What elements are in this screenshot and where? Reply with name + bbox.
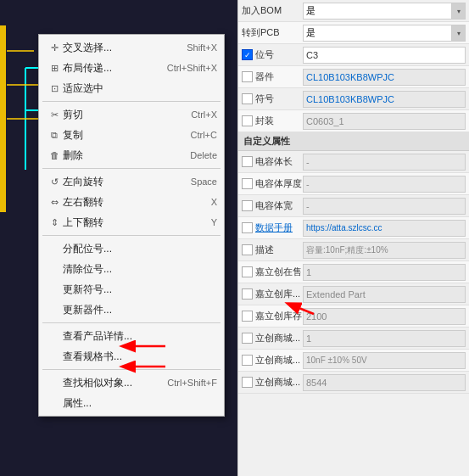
checkbox-lc-mall3[interactable] [242, 377, 253, 388]
menu-item-assign-number[interactable]: 分配位号... [39, 238, 224, 259]
checkbox-package[interactable] [242, 115, 253, 126]
menu-item-view-spec[interactable]: 查看规格书... [39, 346, 224, 367]
prop-row-symbol: 符号 CL10B103KB8WPJC [238, 88, 469, 110]
copy-icon: ⧉ [46, 130, 63, 141]
menu-label-adapt-select: 适应选中 [63, 81, 217, 96]
checkbox-jlc-lib[interactable] [242, 288, 253, 300]
menu-label-find-similar: 查找相似对象... [63, 376, 167, 390]
prop-row-designator: ✓ 位号 C3 [238, 44, 469, 66]
prop-label-lc-mall3: 立创商城... [242, 376, 303, 389]
prop-value-designator[interactable]: C3 [303, 47, 466, 64]
dropdown-arrow-to-pcb[interactable]: ▾ [451, 25, 465, 42]
checkbox-lc-mall2[interactable] [242, 355, 253, 366]
prop-label-cap-thickness: 电容体厚度 [242, 177, 303, 190]
checkbox-designator[interactable]: ✓ [242, 49, 253, 60]
menu-item-clear-number[interactable]: 清除位号... [39, 259, 224, 279]
prop-value-description: 容量:10nF;精度:±10% [303, 242, 466, 259]
menu-item-view-detail[interactable]: 查看产品详情... [39, 326, 224, 346]
flip-h-icon: ⇔ [46, 197, 63, 208]
prop-value-lc-mall2: 10nF ±10% 50V [303, 352, 466, 369]
menu-item-flip-left[interactable]: ⇔ 左右翻转 X [39, 192, 224, 212]
menu-label-assign-number: 分配位号... [63, 242, 217, 256]
prop-label-cap-width: 电容体宽 [242, 199, 303, 212]
prop-row-cap-width: 电容体宽 - [238, 195, 469, 217]
separator-4 [42, 322, 221, 323]
shortcut-delete: Delete [190, 150, 217, 160]
prop-value-lc-mall1: 1 [303, 330, 466, 347]
separator-5 [42, 369, 221, 370]
menu-item-find-similar[interactable]: 查找相似对象... Ctrl+Shift+F [39, 372, 224, 393]
prop-row-lc-mall1: 立创商城... 1 [238, 328, 469, 350]
menu-label-update-symbol: 更新符号... [63, 283, 217, 297]
prop-label-lc-mall1: 立创商城... [242, 332, 303, 344]
prop-value-add-bom[interactable]: 是 ▾ [303, 3, 466, 20]
prop-row-cap-thickness: 电容体厚度 - [238, 173, 469, 195]
prop-value-lc-mall3: 8544 [303, 374, 466, 391]
prop-value-cap-length: - [303, 154, 466, 171]
checkbox-lc-mall1[interactable] [242, 333, 253, 344]
menu-item-update-symbol[interactable]: 更新符号... [39, 279, 224, 300]
prop-value-datasheet: https://atta.szlcsc.cc [303, 220, 466, 237]
prop-row-package: 封装 C0603_1 [238, 110, 469, 132]
prop-label-component: 器件 [242, 70, 303, 83]
shortcut-flip-updown: Y [211, 217, 217, 227]
checkbox-jlc-stock[interactable] [242, 311, 253, 322]
prop-label-jlc-sale: 嘉立创在售 [242, 266, 303, 278]
checkbox-component[interactable] [242, 71, 253, 82]
menu-label-view-spec: 查看规格书... [63, 350, 217, 364]
trash-icon: 🗑 [46, 150, 63, 160]
menu-label-clear-number: 清除位号... [63, 262, 217, 277]
custom-props-header: 自定义属性 [238, 132, 469, 151]
prop-row-component: 器件 CL10B103KB8WPJC [238, 66, 469, 88]
prop-label-package: 封装 [242, 115, 303, 127]
menu-label-rotate-left: 左向旋转 [63, 175, 191, 189]
context-menu: ✛ 交叉选择... Shift+X ⊞ 布局传递... Ctrl+Shift+X… [38, 34, 225, 417]
menu-item-adapt-select[interactable]: ⊡ 适应选中 [39, 78, 224, 98]
shortcut-cut: Ctrl+X [191, 109, 217, 120]
prop-value-component: CL10B103KB8WPJC [303, 69, 466, 86]
separator-3 [42, 235, 221, 236]
prop-row-lc-mall3: 立创商城... 8544 [238, 372, 469, 394]
menu-item-layout-pass[interactable]: ⊞ 布局传递... Ctrl+Shift+X [39, 58, 224, 78]
prop-value-symbol: CL10B103KB8WPJC [303, 91, 466, 108]
prop-value-package: C0603_1 [303, 113, 466, 130]
checkbox-cap-thickness[interactable] [242, 178, 253, 189]
menu-item-properties[interactable]: 属性... [39, 393, 224, 413]
prop-row-add-bom: 加入BOM 是 ▾ [238, 0, 469, 22]
menu-item-copy[interactable]: ⧉ 复制 Ctrl+C [39, 125, 224, 145]
menu-label-cross-select: 交叉选择... [63, 41, 187, 55]
checkbox-cap-width[interactable] [242, 200, 253, 211]
checkbox-jlc-sale[interactable] [242, 266, 253, 277]
prop-label-jlc-lib: 嘉立创库... [242, 288, 303, 300]
prop-label-lc-mall2: 立创商城... [242, 354, 303, 367]
shortcut-find-similar: Ctrl+Shift+F [167, 378, 217, 388]
menu-label-copy: 复制 [63, 128, 191, 143]
prop-label-datasheet: 数据手册 [242, 221, 303, 234]
prop-value-cap-width: - [303, 198, 466, 215]
prop-value-jlc-stock: 2100 [303, 308, 466, 325]
dropdown-arrow-add-bom[interactable]: ▾ [451, 3, 465, 20]
menu-item-delete[interactable]: 🗑 删除 Delete [39, 145, 224, 165]
menu-label-flip-left: 左右翻转 [63, 195, 211, 210]
menu-item-rotate-left[interactable]: ↺ 左向旋转 Space [39, 171, 224, 192]
menu-item-cross-select[interactable]: ✛ 交叉选择... Shift+X [39, 37, 224, 58]
prop-value-cap-thickness: - [303, 176, 466, 193]
prop-row-cap-length: 电容体长 - [238, 151, 469, 173]
prop-label-jlc-stock: 嘉立创库存 [242, 310, 303, 322]
menu-label-layout-pass: 布局传递... [63, 61, 167, 76]
prop-row-jlc-lib: 嘉立创库... Extended Part [238, 283, 469, 305]
shortcut-layout-pass: Ctrl+Shift+X [167, 63, 217, 73]
prop-row-to-pcb: 转到PCB 是 ▾ [238, 22, 469, 44]
checkbox-cap-length[interactable] [242, 156, 253, 167]
menu-item-cut[interactable]: ✂ 剪切 Ctrl+X [39, 104, 224, 125]
prop-value-to-pcb[interactable]: 是 ▾ [303, 25, 466, 42]
prop-value-jlc-sale: 1 [303, 264, 466, 281]
menu-label-properties: 属性... [63, 396, 217, 411]
menu-item-update-component[interactable]: 更新器件... [39, 300, 224, 320]
checkbox-datasheet[interactable] [242, 222, 253, 233]
scissors-icon: ✂ [46, 109, 63, 120]
menu-item-flip-updown[interactable]: ⇕ 上下翻转 Y [39, 212, 224, 232]
checkbox-description[interactable] [242, 244, 253, 255]
prop-label-designator: ✓ 位号 [242, 48, 303, 61]
checkbox-symbol[interactable] [242, 93, 253, 104]
